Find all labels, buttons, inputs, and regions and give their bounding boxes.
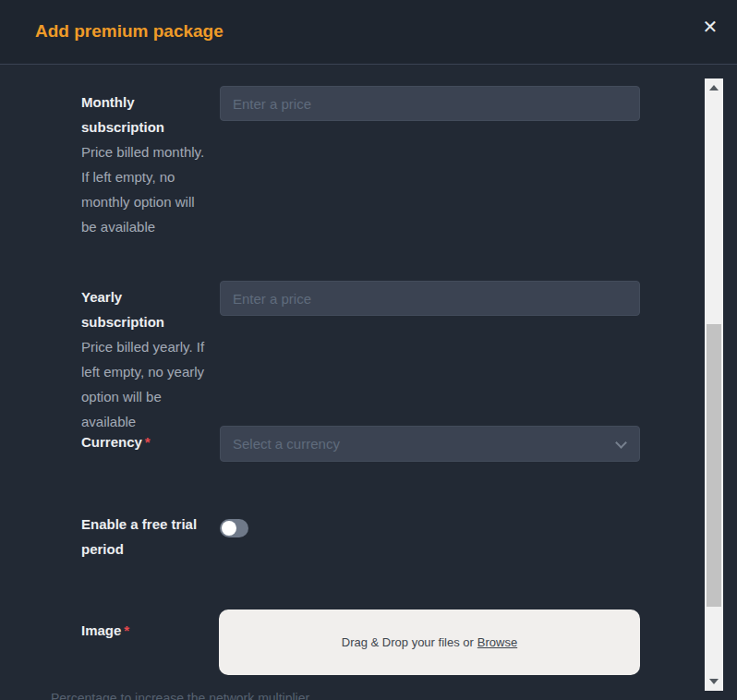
scrollbar-up-arrow-icon[interactable] <box>705 80 723 95</box>
add-premium-package-modal: Add premium package ✕ Monthly subscripti… <box>0 0 737 700</box>
scrollbar-track[interactable] <box>705 78 723 691</box>
monthly-subscription-description: Price billed monthly. If left empty, no … <box>81 139 207 239</box>
yearly-subscription-label: Yearly subscription <box>81 284 207 334</box>
image-dropzone[interactable]: Drag & Drop your files or Browse <box>219 609 640 675</box>
free-trial-label-block: Enable a free trial period <box>81 512 207 561</box>
free-trial-toggle[interactable] <box>220 519 248 537</box>
chevron-down-icon <box>615 437 627 449</box>
monthly-subscription-label: Monthly subscription <box>81 90 207 139</box>
image-label: Image* <box>81 618 207 643</box>
dropzone-text: Drag & Drop your files or <box>342 635 474 649</box>
yearly-subscription-description: Price billed yearly. If left empty, no y… <box>81 334 207 434</box>
modal-title: Add premium package <box>35 21 224 42</box>
image-required-asterisk: * <box>124 622 129 638</box>
yearly-price-input[interactable] <box>220 281 640 316</box>
monthly-price-input[interactable] <box>220 86 640 121</box>
scrollbar-thumb[interactable] <box>707 324 721 607</box>
currency-label-block: Currency* <box>81 429 207 454</box>
clipped-description-text: Percentage to increase the network multi… <box>51 691 513 700</box>
currency-select-placeholder: Select a currency <box>233 436 340 452</box>
scrollbar-down-arrow-icon[interactable] <box>705 674 723 689</box>
monthly-subscription-label-block: Monthly subscription Price billed monthl… <box>81 90 207 239</box>
toggle-knob <box>222 521 236 536</box>
close-icon[interactable]: ✕ <box>698 15 722 39</box>
modal-header: Add premium package ✕ <box>0 0 737 65</box>
currency-select[interactable]: Select a currency <box>220 426 640 462</box>
image-label-block: Image* <box>81 618 207 643</box>
currency-label: Currency* <box>81 429 207 454</box>
yearly-subscription-label-block: Yearly subscription Price billed yearly.… <box>81 284 207 434</box>
currency-required-asterisk: * <box>145 434 151 450</box>
browse-link[interactable]: Browse <box>477 635 517 649</box>
free-trial-label: Enable a free trial period <box>81 512 207 561</box>
